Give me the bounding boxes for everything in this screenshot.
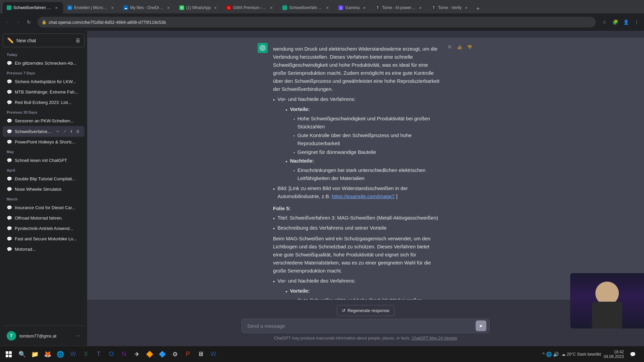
regenerate-button[interactable]: ↺ Regenerate response [337, 305, 394, 316]
extensions-icon[interactable]: 🧩 [610, 17, 620, 27]
taskbar-excel-icon[interactable]: X [80, 348, 92, 360]
taskbar-chrome-icon[interactable]: 🌐 [54, 348, 66, 360]
bullet-folie5-desc-header: • Beschreibung des Verfahrens und seiner… [273, 224, 440, 233]
new-chat-button[interactable]: ✏️ New chat ☰ [3, 34, 85, 47]
new-tab-button[interactable]: + [473, 4, 483, 13]
section-prev30-label: Previous 30 Days [3, 108, 85, 116]
tab-microsoft[interactable]: M Erstellen | Microsoft 3... ✕ [63, 2, 119, 13]
tab-close-9[interactable]: ✕ [464, 5, 469, 10]
section-prev7-label: Previous 7 Days [3, 68, 85, 76]
chat-icon-mar5: 💬 [7, 247, 12, 252]
sidebar-item-prev30-2[interactable]: 💬 Schweißverfahren f... ✏ ↗ ⬇ 🗑 [3, 126, 85, 137]
tray-network-icon[interactable]: 🌐 [546, 352, 552, 357]
chat-icon-mar3: 💬 [7, 226, 12, 231]
sidebar-item-mar2[interactable]: 💬 Offroad Motorrad fahren. [3, 213, 85, 223]
reload-button[interactable]: ↻ [24, 17, 34, 27]
sidebar-toggle-icon[interactable]: ☰ [76, 38, 80, 43]
edit-icon[interactable]: ✏ [55, 129, 60, 134]
taskbar-app1-icon[interactable]: 🔶 [144, 348, 156, 360]
sub-bullet-v1: • Hohe Schweißgeschwindigkeit und Produk… [293, 115, 440, 131]
tab-favicon-3: ☁ [123, 5, 128, 10]
taskbar-powerpoint-icon[interactable]: P [182, 348, 194, 360]
tab-close-6[interactable]: ✕ [325, 5, 330, 10]
taskbar-firefox-icon[interactable]: 🦊 [42, 348, 54, 360]
taskbar-onenote-icon[interactable]: N [118, 348, 130, 360]
taskbar-teams-icon[interactable]: T [93, 348, 105, 360]
tab-gmx[interactable]: G GMX Premium - E-M... ✕ [222, 2, 278, 13]
disclaimer: ChatGPT may produce inaccurate informati… [241, 335, 490, 343]
sidebar-item-apr2[interactable]: 💬 Nose Wheelie Simulator. [3, 184, 85, 194]
input-wrapper: ↺ Regenerate response ➤ [241, 305, 490, 335]
user-profile-item[interactable]: T tomtom77@gmx.at ··· [3, 328, 85, 343]
sidebar-item-mar3[interactable]: 💬 Pyrotechnik-Antrieb Anwend... [3, 223, 85, 234]
sub-bullet-vorteile-header: • Vorteile: [285, 105, 440, 114]
sidebar-item-may1[interactable]: 💬 Schnell lesen mit ChatGPT [3, 155, 85, 166]
profile-icon[interactable]: 👤 [621, 17, 631, 27]
bild-link[interactable]: https://example.com/image7 [332, 193, 395, 199]
taskbar-app4-icon[interactable]: 🖥 [195, 348, 207, 360]
sidebar-item-prev30-3[interactable]: 💬 PowerPoint Hotkeys & Shortc... [3, 137, 85, 147]
tab-schweissverfahren-2[interactable]: Schweißverfahren in... ✕ [278, 2, 334, 13]
address-bar[interactable]: 🔒 chat.openai.com/c/be7f1d5d-8d52-4664-a… [38, 17, 596, 27]
tab-close-3[interactable]: ✕ [166, 5, 171, 10]
tray-volume-icon[interactable]: 🔊 [553, 352, 559, 357]
download-icon[interactable]: ⬇ [68, 129, 74, 134]
folie5-schweiss-titel: Titel: Schweißverfahren 3: MAG-Schweißen… [277, 214, 438, 223]
share-icon[interactable]: ↗ [62, 129, 67, 134]
notification-icon[interactable]: 💬 [627, 348, 639, 360]
taskbar-word-icon[interactable]: W [67, 348, 79, 360]
start-button[interactable] [3, 348, 15, 360]
sidebar-item-prev7-3[interactable]: 💬 Red Bull Erzberg 2023: List... [3, 97, 85, 108]
chat-input[interactable] [241, 319, 490, 333]
webcam-feed [570, 273, 644, 328]
tab-tome-1[interactable]: T Tome - AI-powered s... ✕ [371, 2, 427, 13]
user-more-icon[interactable]: ··· [76, 333, 80, 339]
tab-close-5[interactable]: ✕ [269, 5, 274, 10]
mag-vorteile-header: Vorteile: [290, 287, 310, 296]
tab-close-1[interactable]: ✕ [54, 5, 59, 10]
taskbar-pinned-icons: 🔍 📁 🦊 🌐 W X T O N ✈ 🔶 🔷 ⚙ P 🖥 W [16, 348, 219, 360]
taskbar-outlook-icon[interactable]: O [105, 348, 117, 360]
weather-widget[interactable]: ☁ 20°C Stark bewölkt [561, 352, 601, 357]
tab-close-4[interactable]: ✕ [213, 5, 218, 10]
menu-icon[interactable]: ⋮ [632, 17, 641, 27]
system-clock[interactable]: 18:42 04.06.2023 [604, 350, 624, 359]
bild-suffix: ] [396, 193, 397, 199]
tab-tome-2[interactable]: T Tome - Verify ✕ [427, 2, 473, 13]
taskbar-app2-icon[interactable]: 🔷 [156, 348, 168, 360]
sidebar-item-mar5[interactable]: 💬 Motorrad... [3, 244, 85, 254]
tray-chevron-icon[interactable]: ^ [542, 352, 545, 357]
taskbar-word2-icon[interactable]: W [207, 348, 219, 360]
bookmark-icon[interactable]: ☆ [600, 17, 609, 27]
tab-close-8[interactable]: ✕ [418, 5, 423, 10]
tab-gamma[interactable]: γ Gamma ✕ [334, 2, 371, 13]
taskbar-telegram-icon[interactable]: ✈ [131, 348, 143, 360]
sidebar-item-prev30-1[interactable]: 💬 Sensoren an PKW-Scheiben... [3, 116, 85, 126]
disclaimer-link[interactable]: ChatGPT May 24 Version [412, 336, 457, 341]
tab-label-8: Tome - AI-powered s... [382, 5, 416, 10]
sidebar-item-prev7-2[interactable]: 💬 MTB Stehlhänge: Extreme Fah... [3, 87, 85, 97]
tab-schweissverfahren-1[interactable]: Schweißverfahren fü... ✕ [3, 2, 63, 13]
taskbar-app3-icon[interactable]: ⚙ [169, 348, 181, 360]
sidebar-item-mar1[interactable]: 💬 Insurance Cost for Diesel Car... [3, 202, 85, 213]
copy-button[interactable]: ⧉ [445, 43, 453, 51]
thumbup-button[interactable]: 👍 [455, 43, 464, 51]
sidebar-item-today1[interactable]: 💬 Ein glitzerndes Schnecken-Ab... [3, 58, 85, 68]
taskbar-search-icon[interactable]: 🔍 [16, 348, 28, 360]
back-button[interactable]: ← [3, 17, 12, 27]
chat-icon-apr2: 💬 [7, 187, 12, 192]
forward-button[interactable]: → [13, 17, 23, 27]
taskbar-explorer-icon[interactable]: 📁 [29, 348, 41, 360]
tab-onedrive[interactable]: ☁ My files - OneDrive ✕ [119, 2, 175, 13]
thumbdown-button[interactable]: 👎 [466, 43, 474, 51]
sidebar-item-mar4[interactable]: 💬 Fast and Secure Motorbike Lo... [3, 234, 85, 244]
user-email: tomtom77@gmx.at [19, 334, 73, 339]
tab-close-7[interactable]: ✕ [362, 5, 367, 10]
delete-icon[interactable]: 🗑 [75, 129, 80, 134]
send-button[interactable]: ➤ [476, 320, 486, 331]
tab-close-2[interactable]: ✕ [110, 5, 115, 10]
sidebar-item-apr1[interactable]: 💬 Double Blip Tutorial Compilati... [3, 174, 85, 184]
sidebar-item-prev7-1[interactable]: 💬 Sichere Arbeitsplätze für LKW... [3, 76, 85, 87]
tab-whatsapp[interactable]: W (1) WhatsApp ✕ [175, 2, 222, 13]
sub-bullet-v2: • Gute Kontrolle über den Schweißprozess… [293, 131, 440, 147]
